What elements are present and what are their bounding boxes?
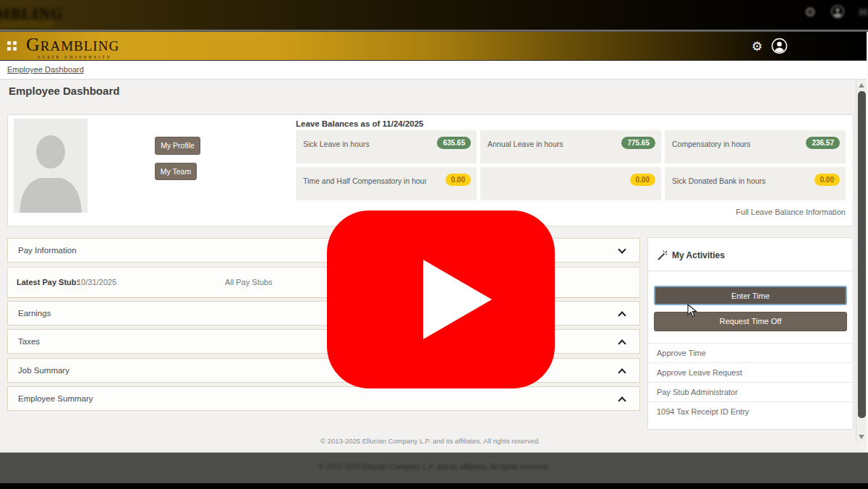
- leave-cell-sick: Sick Leave in hours 635.65: [296, 130, 477, 163]
- leave-value-badge: 635.65: [437, 137, 471, 149]
- app-header-bar: GRAMBLING STATE UNIVERSITY ⚙: [0, 32, 868, 61]
- chevron-up-icon: [618, 368, 626, 376]
- youtube-play-button[interactable]: [327, 211, 555, 388]
- accordion-label: Earnings: [18, 309, 51, 318]
- leave-cell-time-and-half: Time and Half Compensatory in hours 0.00: [296, 167, 477, 200]
- mouse-cursor: [687, 304, 699, 321]
- logo-subtitle: STATE UNIVERSITY: [38, 55, 119, 59]
- apps-grid-icon[interactable]: [7, 41, 17, 51]
- leave-cell-label: Compensatory in hours: [672, 140, 751, 148]
- leave-cell-hidden: 0.00: [480, 167, 661, 200]
- accordion-employee-summary[interactable]: Employee Summary: [7, 386, 640, 411]
- leave-balances-grid: Sick Leave in hours 635.65 Annual Leave …: [296, 130, 846, 200]
- activity-item-pay-stub-administrator[interactable]: Pay Stub Administrator: [648, 382, 853, 401]
- copyright-footer: © 2013-2025 Ellucian Company L.P. and it…: [0, 437, 861, 445]
- video-black-strip: [0, 483, 868, 489]
- leave-value-badge: 0.00: [446, 174, 471, 186]
- chevron-up-icon: [618, 396, 626, 404]
- leave-cell-label: Sick Leave in hours: [303, 140, 370, 148]
- blurred-logo-subtitle: [0, 22, 54, 26]
- settings-gear-icon[interactable]: ⚙: [752, 39, 762, 54]
- leave-cell-annual: Annual Leave in hours 775.65: [480, 130, 661, 163]
- my-activities-title: My Activities: [672, 250, 725, 260]
- leave-cell-compensatory: Compensatory in hours 236.57: [665, 130, 846, 163]
- user-profile-icon[interactable]: [771, 38, 788, 57]
- activity-item-approve-time[interactable]: Approve Time: [648, 343, 853, 362]
- logo-initial: G: [26, 34, 41, 55]
- scrollbar-thumb[interactable]: [858, 91, 866, 418]
- leave-cell-label: Sick Donated Bank in hours: [672, 177, 766, 185]
- chevron-up-icon: [618, 339, 626, 347]
- grambling-logo: GRAMBLING STATE UNIVERSITY: [26, 35, 119, 59]
- chevron-down-icon: [618, 245, 626, 253]
- leave-cell-sick-donated: Sick Donated Bank in hours 0.00: [665, 167, 846, 200]
- activity-item-1094-tax-receipt[interactable]: 1094 Tax Receipt ID Entry: [648, 401, 853, 421]
- my-team-button[interactable]: My Team: [155, 163, 197, 180]
- latest-pay-stub-date: 10/31/2025: [77, 278, 116, 286]
- leave-value-badge: 775.65: [621, 137, 655, 149]
- enter-time-button[interactable]: Enter Time: [654, 286, 847, 305]
- blurred-gear-icon: ⚙: [804, 4, 816, 20]
- breadcrumb-bar: Employee Dashboard: [0, 61, 868, 80]
- app-screen: GRAMBLING STATE UNIVERSITY ⚙ Employee Da…: [0, 32, 868, 452]
- video-top-band: MBLING ⚙ H: [0, 0, 868, 30]
- all-pay-stubs-link[interactable]: All Pay Stubs: [225, 278, 272, 286]
- reflection-text: © 2013-2025 Ellucian Company L.P. and it…: [0, 463, 868, 471]
- leave-value-badge: 0.00: [814, 174, 840, 186]
- blurred-logo-text: MBLING: [0, 5, 64, 23]
- my-activities-header: My Activities: [648, 238, 853, 271]
- latest-pay-stub-label: Latest Pay Stub:: [17, 278, 79, 286]
- leave-cell-label: Time and Half Compensatory in hours: [303, 177, 426, 185]
- chevron-up-icon: [618, 311, 626, 319]
- scrollbar-down-arrow-icon[interactable]: [859, 435, 864, 439]
- request-time-off-button[interactable]: Request Time Off: [654, 312, 847, 331]
- leave-cell-label: Annual Leave in hours: [488, 140, 563, 148]
- profile-leave-card: My Profile My Team Leave Balances as of …: [7, 114, 854, 226]
- scrollbar-up-arrow-icon[interactable]: [859, 83, 864, 88]
- vertical-scrollbar: [856, 80, 867, 443]
- blurred-user-icon: [830, 4, 845, 22]
- my-activities-card: My Activities Enter Time Request Time Of…: [647, 237, 854, 430]
- wand-icon: [657, 250, 668, 264]
- leave-value-badge: 236.57: [806, 137, 840, 149]
- my-profile-button[interactable]: My Profile: [155, 137, 200, 155]
- accordion-label: Job Summary: [18, 366, 69, 375]
- accordion-label: Pay Information: [18, 246, 77, 255]
- leave-balances-heading: Leave Balances as of 11/24/2025: [296, 119, 423, 128]
- avatar-placeholder: [14, 119, 88, 213]
- activity-item-approve-leave-request[interactable]: Approve Leave Request: [648, 362, 853, 382]
- breadcrumb-link[interactable]: Employee Dashboard: [7, 65, 84, 74]
- blurred-edge-glyph: H: [859, 6, 867, 18]
- accordion-label: Employee Summary: [18, 394, 93, 403]
- page-title: Employee Dashboard: [9, 85, 119, 97]
- video-bottom-band: © 2013-2025 Ellucian Company L.P. and it…: [0, 452, 868, 483]
- accordion-label: Taxes: [18, 337, 40, 346]
- play-triangle-icon: [327, 211, 555, 388]
- leave-value-badge: 0.00: [630, 174, 655, 186]
- logo-rest: RAMBLING: [41, 38, 119, 54]
- video-frame: MBLING ⚙ H GRAMBLING STATE UNIVERSITY ⚙ …: [0, 0, 868, 489]
- full-leave-balance-link[interactable]: Full Leave Balance Information: [736, 208, 846, 216]
